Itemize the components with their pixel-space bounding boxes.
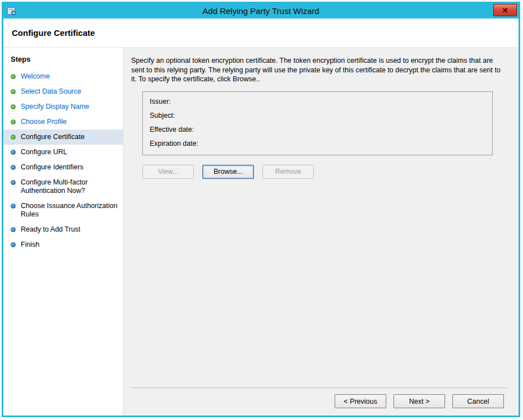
cert-field-issuer: Issuer:: [150, 98, 485, 105]
step-ready-to-add-trust: Ready to Add Trust: [3, 222, 123, 237]
page-header: Configure Certificate: [3, 19, 519, 48]
pending-step-icon: [11, 150, 16, 155]
step-welcome[interactable]: Welcome: [3, 69, 123, 84]
browse-button[interactable]: Browse...: [202, 165, 254, 179]
step-specify-display-name[interactable]: Specify Display Name: [3, 99, 123, 114]
step-content: Specify an optional token encryption cer…: [123, 48, 519, 416]
current-step-icon: [11, 135, 16, 140]
view-button[interactable]: View...: [142, 165, 194, 179]
step-configure-identifiers: Configure Identifiers: [3, 160, 123, 175]
page-title: Configure Certificate: [12, 28, 95, 38]
cert-field-subject: Subject:: [150, 112, 485, 119]
pending-step-icon: [11, 227, 16, 232]
cert-field-expiration-date: Expiration date:: [150, 140, 485, 147]
completed-step-icon: [11, 119, 16, 124]
step-choose-profile[interactable]: Choose Profile: [3, 114, 123, 130]
step-configure-mfa: Configure Multi-factor Authentication No…: [3, 175, 123, 199]
steps-sidebar: Steps Welcome Select Data Source Specify…: [3, 48, 123, 416]
wizard-navigation: < Previous Next > Cancel: [131, 387, 507, 408]
pending-step-icon: [11, 165, 16, 170]
wizard-app-icon: [7, 6, 17, 16]
completed-step-icon: [11, 89, 16, 94]
close-icon: ✕: [502, 6, 508, 15]
certificate-details-box: Issuer: Subject: Effective date: Expirat…: [142, 91, 493, 155]
steps-list: Welcome Select Data Source Specify Displ…: [3, 69, 123, 252]
step-choose-issuance-rules: Choose Issuance Authorization Rules: [3, 199, 123, 222]
step-finish: Finish: [3, 237, 123, 252]
steps-header: Steps: [3, 50, 123, 69]
pending-step-icon: [11, 180, 16, 185]
close-button[interactable]: ✕: [493, 4, 517, 16]
certificate-actions: View... Browse... Remove: [142, 165, 507, 179]
instructions-text: Specify an optional token encryption cer…: [131, 56, 504, 84]
step-configure-certificate: Configure Certificate: [3, 130, 123, 145]
pending-step-icon: [11, 242, 16, 247]
wizard-window: Add Relying Party Trust Wizard ✕ Configu…: [2, 2, 520, 417]
title-bar: Add Relying Party Trust Wizard ✕: [3, 3, 519, 19]
wizard-body: Steps Welcome Select Data Source Specify…: [3, 48, 519, 416]
previous-button[interactable]: < Previous: [335, 394, 386, 408]
pending-step-icon: [11, 204, 16, 209]
step-select-data-source[interactable]: Select Data Source: [3, 84, 123, 99]
remove-button[interactable]: Remove: [262, 165, 314, 179]
completed-step-icon: [11, 74, 16, 79]
cert-field-effective-date: Effective date:: [150, 126, 485, 133]
window-title: Add Relying Party Trust Wizard: [3, 6, 519, 16]
next-button[interactable]: Next >: [394, 394, 445, 408]
cancel-button[interactable]: Cancel: [452, 394, 504, 408]
step-configure-url: Configure URL: [3, 145, 123, 160]
completed-step-icon: [11, 104, 16, 109]
